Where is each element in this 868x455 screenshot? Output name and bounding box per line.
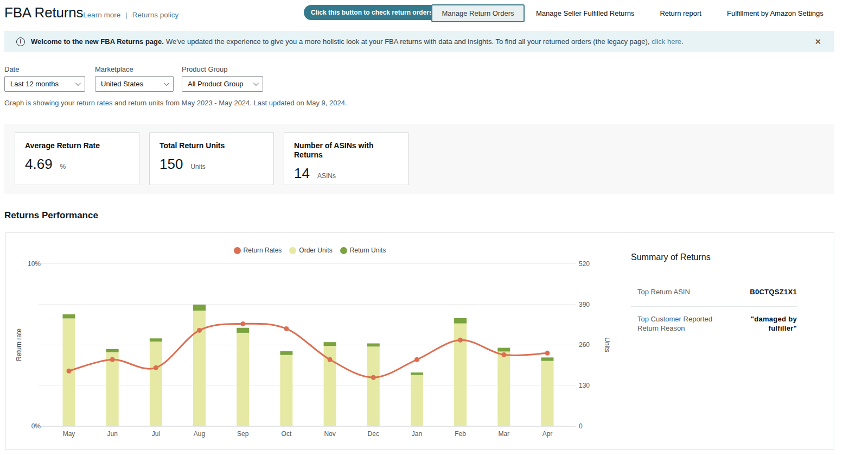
marketplace-filter: Marketplace United States: [95, 65, 172, 92]
return-rate-point-Mar[interactable]: [501, 352, 506, 357]
return-units-bar-Jul[interactable]: [150, 338, 162, 342]
right-axis-title: Units: [603, 337, 611, 352]
month-label-Dec: Dec: [368, 430, 379, 438]
nav-link-0[interactable]: Manage Seller Fulfilled Returns: [536, 9, 634, 17]
order-units-bar-Dec[interactable]: [367, 346, 380, 426]
month-label-Sep: Sep: [237, 430, 249, 438]
link-separator: |: [125, 11, 127, 19]
return-rate-point-Feb[interactable]: [458, 338, 463, 343]
graph-range-caption: Graph is showing your return rates and r…: [4, 99, 868, 107]
chevron-down-icon: [164, 80, 169, 86]
check-return-orders-callout-button[interactable]: Click this button to check return orders: [304, 5, 440, 20]
right-axis-tick: 0: [579, 422, 583, 430]
page-title: FBA Returns: [4, 4, 83, 21]
right-axis-tick: 390: [579, 301, 590, 308]
return-units-bar-Oct[interactable]: [280, 351, 292, 355]
return-rate-point-Oct[interactable]: [284, 326, 289, 331]
banner-text: Welcome to the new FBA Returns page.We'v…: [31, 37, 684, 46]
metric-card-1: Total Return Units150Units: [149, 132, 274, 185]
left-axis-tick: 0%: [31, 422, 41, 430]
return-units-bar-Dec[interactable]: [367, 343, 380, 346]
metric-value: 150: [159, 156, 183, 173]
metric-title: Average Return Rate: [25, 141, 129, 150]
banner-bold-text: Welcome to the new FBA Returns page.: [31, 37, 164, 46]
order-units-bar-Jul[interactable]: [150, 342, 162, 426]
return-units-bar-Jun[interactable]: [106, 349, 119, 352]
summary-title: Summary of Returns: [631, 252, 797, 262]
product-group-filter-label: Product Group: [182, 65, 263, 73]
left-axis-tick: 10%: [28, 260, 41, 268]
order-units-bar-Jan[interactable]: [411, 375, 423, 426]
return-units-bar-Nov[interactable]: [324, 342, 336, 346]
return-rate-point-Jun[interactable]: [110, 357, 115, 362]
order-units-bar-Mar[interactable]: [497, 351, 510, 426]
return-units-bar-May[interactable]: [63, 314, 75, 318]
return-units-bar-Mar[interactable]: [497, 348, 510, 352]
metric-card-0: Average Return Rate4.69%: [15, 132, 139, 185]
return-rate-point-May[interactable]: [67, 369, 72, 374]
order-units-bar-Jun[interactable]: [106, 352, 119, 426]
returns-performance-panel: Return RatesOrder UnitsReturn Units 5203…: [5, 232, 834, 450]
return-units-bar-Aug[interactable]: [193, 305, 206, 311]
order-units-bar-Sep[interactable]: [237, 333, 249, 426]
right-axis-tick: 260: [579, 341, 590, 349]
return-rate-point-Jan[interactable]: [414, 357, 419, 362]
metric-title: Total Return Units: [159, 141, 264, 150]
return-rate-point-Nov[interactable]: [328, 357, 333, 362]
metric-title: Number of ASINs with Returns: [294, 141, 398, 160]
close-icon[interactable]: ✕: [812, 35, 824, 48]
order-units-bar-Apr[interactable]: [541, 361, 553, 426]
returns-policy-link[interactable]: Returns policy: [132, 11, 179, 19]
return-rate-point-Jul[interactable]: [154, 365, 158, 370]
welcome-banner: i Welcome to the new FBA Returns page.We…: [4, 31, 834, 52]
metric-value: 4.69: [25, 156, 53, 173]
metric-card-2: Number of ASINs with Returns14ASINs: [284, 132, 409, 185]
return-rate-point-Apr[interactable]: [545, 351, 550, 356]
order-units-bar-Oct[interactable]: [280, 355, 292, 426]
header-nav: Manage Seller Fulfilled ReturnsReturn re…: [536, 9, 824, 17]
month-label-Apr: Apr: [542, 430, 553, 438]
section-title: Returns Performance: [4, 210, 868, 221]
product-group-select[interactable]: All Product Group: [182, 76, 263, 92]
metrics-strip: Average Return Rate4.69%Total Return Uni…: [4, 124, 834, 194]
nav-link-1[interactable]: Return report: [660, 9, 701, 17]
return-units-bar-Feb[interactable]: [454, 318, 467, 324]
return-rate-point-Sep[interactable]: [240, 321, 245, 326]
left-axis-title: Return rate: [15, 328, 23, 361]
right-axis-tick: 520: [579, 260, 590, 268]
click-here-link[interactable]: click here: [652, 37, 681, 46]
metric-unit: %: [60, 163, 66, 170]
filter-bar: Date Last 12 months Marketplace United S…: [4, 65, 868, 92]
month-label-Oct: Oct: [282, 430, 292, 438]
month-label-Nov: Nov: [324, 430, 335, 438]
summary-row-0: Top Return ASINB0CTQSZ1X1: [631, 280, 797, 306]
return-units-bar-Jan[interactable]: [411, 372, 423, 375]
month-label-Jul: Jul: [152, 430, 160, 438]
right-axis-tick: 130: [579, 382, 590, 389]
marketplace-select[interactable]: United States: [95, 76, 174, 92]
month-label-Jan: Jan: [412, 430, 422, 438]
month-label-May: May: [63, 430, 75, 438]
return-units-bar-Sep[interactable]: [237, 328, 249, 333]
month-label-Aug: Aug: [194, 430, 205, 438]
chevron-down-icon: [75, 80, 81, 86]
returns-performance-chart[interactable]: 520390260130010%0%MayJunJulAugSepOctNovD…: [6, 233, 624, 450]
metric-value: 14: [294, 165, 310, 182]
return-rate-point-Aug[interactable]: [197, 328, 202, 333]
manage-return-orders-button[interactable]: Manage Return Orders: [431, 4, 525, 22]
month-label-Mar: Mar: [498, 430, 509, 438]
month-label-Feb: Feb: [455, 430, 466, 438]
return-rate-point-Dec[interactable]: [371, 375, 376, 380]
nav-link-2[interactable]: Fulfillment by Amazon Settings: [727, 9, 824, 17]
date-filter-label: Date: [4, 65, 85, 73]
learn-more-link[interactable]: Learn more: [83, 11, 120, 19]
page-header: FBA Returns Learn more | Returns policy …: [0, 0, 868, 26]
date-filter: Date Last 12 months: [4, 65, 85, 92]
info-icon: i: [16, 37, 25, 46]
return-units-bar-Apr[interactable]: [541, 357, 553, 361]
date-select[interactable]: Last 12 months: [4, 76, 85, 92]
metric-unit: Units: [190, 163, 205, 170]
chevron-down-icon: [253, 80, 259, 86]
return-rates-line: [69, 324, 547, 377]
month-label-Jun: Jun: [107, 430, 118, 438]
